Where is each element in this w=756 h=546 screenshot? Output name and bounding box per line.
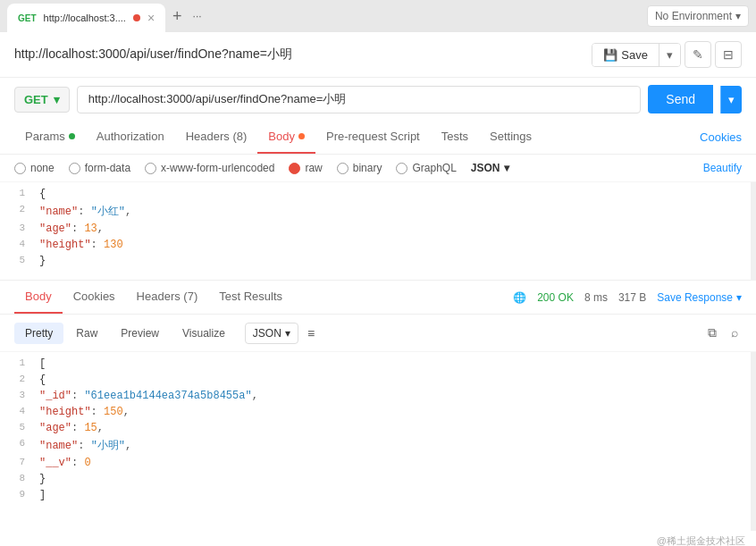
code-line: 3 "_id": "61eea1b4144ea374a5b8455a",: [0, 388, 756, 404]
line-content: "age": 13,: [36, 222, 756, 236]
raw-label: raw: [305, 162, 322, 174]
tab-close-icon[interactable]: ×: [147, 11, 155, 25]
tab-url: http://localhost:3....: [44, 13, 126, 23]
option-graphql[interactable]: GraphQL: [396, 162, 456, 174]
request-body-scrollbar[interactable]: [751, 182, 756, 281]
new-tab-button[interactable]: +: [165, 8, 189, 24]
option-urlencoded[interactable]: x-www-form-urlencoded: [145, 162, 274, 174]
line-number: 5: [0, 254, 36, 266]
res-tab-headers[interactable]: Headers (7): [126, 281, 209, 314]
code-line: 3"age": 13,: [0, 221, 756, 237]
radio-graphql: [396, 163, 407, 174]
note-icon-button[interactable]: ⊟: [715, 41, 742, 68]
radio-binary: [337, 163, 349, 174]
response-body-editor: 1[2 {3 "_id": "61eea1b4144ea374a5b8455a"…: [0, 352, 756, 531]
line-content: "__v": 0: [36, 456, 756, 470]
code-line: 4"height": 130: [0, 237, 756, 253]
save-response-button[interactable]: Save Response ▾: [657, 291, 742, 304]
fmt-tab-pretty[interactable]: Pretty: [14, 323, 63, 344]
tab-authorization[interactable]: Authorization: [86, 121, 175, 154]
graphql-label: GraphQL: [412, 162, 456, 174]
res-tab-body[interactable]: Body: [14, 281, 63, 314]
fmt-tab-visualize[interactable]: Visualize: [172, 323, 236, 344]
line-number: 1: [0, 187, 36, 199]
format-chevron-icon: ▾: [504, 162, 509, 174]
json-punctuation: ,: [97, 223, 104, 235]
res-tab-testresults[interactable]: Test Results: [208, 281, 293, 314]
line-number: 7: [0, 456, 36, 468]
code-line: 1{: [0, 186, 756, 202]
save-label: Save: [621, 48, 648, 62]
tab-headers[interactable]: Headers (8): [175, 121, 258, 154]
wrap-icon[interactable]: ≡: [307, 326, 315, 340]
method-chevron-icon: ▾: [54, 93, 60, 106]
option-binary[interactable]: binary: [337, 162, 382, 174]
json-number: 13: [84, 223, 97, 235]
headers-label: Headers (8): [186, 130, 248, 143]
save-dropdown-button[interactable]: ▾: [659, 44, 680, 66]
method-label: GET: [24, 93, 48, 106]
urlencoded-label: x-www-form-urlencoded: [161, 162, 274, 174]
json-key: "name": [39, 206, 78, 218]
save-response-label: Save Response: [657, 291, 733, 304]
request-body-code[interactable]: 1{2"name": "小红",3"age": 13,4"height": 13…: [0, 182, 756, 281]
response-tabs: Body Cookies Headers (7) Test Results 🌐 …: [0, 281, 756, 315]
line-number: 1: [0, 357, 36, 369]
line-number: 2: [0, 203, 36, 215]
response-body-code: 1[2 {3 "_id": "61eea1b4144ea374a5b8455a"…: [0, 352, 756, 531]
tab-method: GET: [18, 13, 37, 23]
authorization-label: Authorization: [97, 130, 164, 143]
option-raw[interactable]: raw: [289, 162, 322, 174]
send-dropdown-button[interactable]: ▾: [720, 86, 742, 113]
fmt-tab-raw[interactable]: Raw: [65, 323, 108, 344]
code-line: 5}: [0, 253, 756, 269]
send-button[interactable]: Send: [648, 85, 713, 113]
tab-tests[interactable]: Tests: [431, 121, 479, 154]
copy-icon[interactable]: ⧉: [704, 322, 720, 344]
response-format-bar: Pretty Raw Preview Visualize JSON ▾ ≡ ⧉ …: [0, 315, 756, 352]
response-body-scrollbar[interactable]: [751, 352, 756, 531]
json-punctuation: :: [78, 440, 90, 452]
tab-more-button[interactable]: ···: [189, 10, 206, 22]
search-response-icon[interactable]: ⌕: [727, 322, 742, 344]
json-punctuation: ,: [125, 440, 131, 452]
json-key: "_id": [39, 390, 71, 402]
tab-body[interactable]: Body: [257, 121, 315, 154]
json-bracket: ]: [39, 489, 46, 501]
json-number: 0: [84, 457, 90, 469]
option-formdata[interactable]: form-data: [69, 162, 130, 174]
method-selector[interactable]: GET ▾: [14, 87, 70, 113]
cookies-link[interactable]: Cookies: [700, 130, 742, 144]
line-content: ]: [36, 488, 756, 502]
fmt-tab-preview[interactable]: Preview: [110, 323, 170, 344]
visualize-label: Visualize: [182, 327, 225, 340]
option-none[interactable]: none: [14, 162, 55, 174]
environment-selector[interactable]: No Environment ▾: [647, 5, 749, 27]
format-selector[interactable]: JSON ▾: [471, 162, 509, 174]
edit-icon: ✎: [693, 47, 703, 62]
json-bracket: }: [39, 473, 46, 485]
code-line: 1[: [0, 356, 756, 372]
json-key: "__v": [39, 457, 71, 469]
code-line: 4 "height": 150,: [0, 404, 756, 420]
tab-settings[interactable]: Settings: [479, 121, 542, 154]
json-key: "age": [39, 422, 71, 434]
res-tab-cookies[interactable]: Cookies: [63, 281, 126, 314]
beautify-button[interactable]: Beautify: [703, 162, 742, 174]
prerequest-label: Pre-request Script: [326, 130, 420, 143]
save-button[interactable]: 💾 Save: [592, 44, 659, 66]
json-punctuation: ,: [97, 422, 104, 434]
formdata-label: form-data: [85, 162, 130, 174]
url-input[interactable]: [77, 86, 642, 113]
response-format-selector[interactable]: JSON ▾: [245, 323, 298, 344]
tab-prerequest[interactable]: Pre-request Script: [315, 121, 431, 154]
json-key: "name": [39, 440, 78, 452]
edit-icon-button[interactable]: ✎: [685, 41, 711, 68]
response-time: 8 ms: [584, 291, 608, 304]
json-bracket: }: [39, 255, 46, 267]
json-number: 15: [84, 422, 97, 434]
binary-label: binary: [353, 162, 382, 174]
browser-tab[interactable]: GET http://localhost:3.... ×: [7, 4, 165, 32]
body-options: none form-data x-www-form-urlencoded raw…: [0, 155, 756, 182]
tab-params[interactable]: Params: [14, 121, 86, 154]
